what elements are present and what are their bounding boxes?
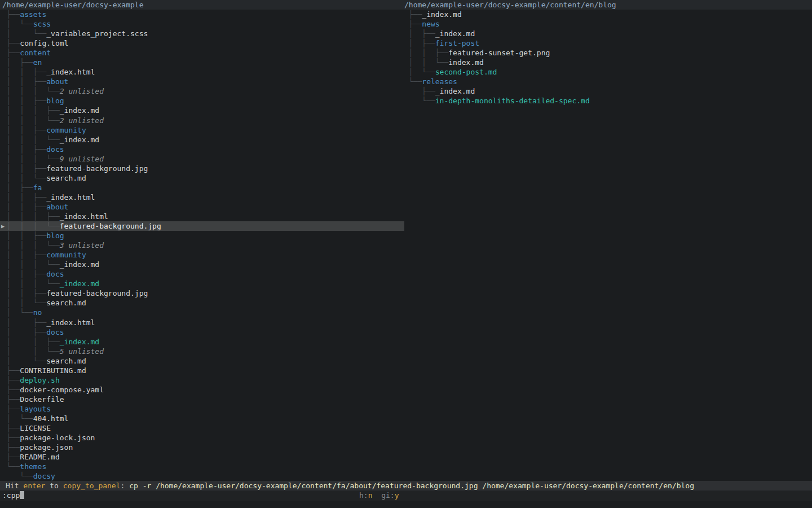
tree-row[interactable]: │ │ │ ├──_index.md — [0, 106, 404, 115]
tree-branch-lines: │ │ ├── — [2, 338, 60, 346]
tree-row[interactable]: ├──Dockerfile — [0, 395, 404, 404]
tree-dir-label: assets — [20, 10, 46, 19]
status-key-hint: enter — [23, 481, 45, 490]
tree-row[interactable]: ├──docker-compose.yaml — [0, 385, 404, 395]
tree-row[interactable]: ├──LICENSE — [0, 423, 404, 433]
tree-row[interactable]: │ │ └──search.md — [0, 298, 404, 308]
tree-row[interactable]: │ │ ├──_index.html — [0, 192, 404, 202]
tree-row[interactable]: │ │ ├──about — [0, 77, 404, 86]
tree-row[interactable]: │ │ └──search.md — [0, 173, 404, 183]
tree-row[interactable]: │ └──no — [0, 308, 404, 317]
tree-row[interactable]: │ ├──docs — [0, 327, 404, 337]
hidden-flag-key: h: — [359, 491, 368, 500]
tree-row[interactable]: │ │ ├──docs — [0, 144, 404, 154]
tree-unlisted-note: 9 unlisted — [60, 155, 104, 163]
tree-row[interactable]: │ │ │ └──3 unlisted — [0, 240, 404, 250]
tree-row[interactable]: ├──assets — [0, 10, 404, 19]
tree-row[interactable]: │ │ ├──_index.md — [0, 337, 404, 347]
tree-row[interactable]: │ │ ├──community — [0, 250, 404, 260]
tree-row[interactable]: └──in-depth-monoliths-detailed-spec.md — [402, 96, 812, 106]
tree-row[interactable]: │ │ ├──docs — [0, 269, 404, 279]
tree-row[interactable]: │ ├──en — [0, 58, 404, 67]
tree-unlisted-note: 3 unlisted — [60, 241, 104, 249]
tree-file-label: _index.md — [60, 338, 99, 346]
tree-branch-lines: │ │ │ └── — [2, 260, 60, 269]
tree-file-label: Dockerfile — [20, 395, 64, 404]
tree-row[interactable]: ├──_index.md — [402, 86, 812, 96]
tree-row[interactable]: │ │ ├──featured-background.jpg — [0, 164, 404, 173]
tree-row[interactable]: │ └──second-post.md — [402, 67, 812, 77]
tree-branch-lines: │ │ │ └── — [2, 222, 60, 230]
tree-row[interactable]: └──releases — [402, 77, 812, 86]
tree-branch-lines: │ │ └── — [2, 174, 46, 182]
tree-dir-label: docsy — [33, 472, 55, 480]
tree-branch-lines: ├── — [2, 366, 20, 375]
right-panel-root-path: /home/example-user/docsy-example/content… — [404, 0, 616, 10]
tree-dir-label: en — [33, 58, 42, 67]
tree-file-label: _index.html — [46, 318, 95, 327]
tree-row[interactable]: │ └──_variables_project.scss — [0, 29, 404, 38]
tree-row[interactable]: │ │ │ └──_index.md — [0, 260, 404, 269]
tree-row[interactable]: │ │ │ └──_index.md — [0, 279, 404, 288]
tree-file-label: _index.html — [46, 193, 95, 202]
tree-branch-lines: │ │ │ └── — [2, 241, 60, 249]
tree-row[interactable]: └──themes — [0, 462, 404, 471]
tree-row[interactable]: ├──layouts — [0, 404, 404, 414]
tree-branch-lines: │ │ ├── — [2, 97, 46, 105]
tree-row[interactable]: │ │ │ ├──_index.html — [0, 212, 404, 221]
tree-row[interactable]: ├──config.toml — [0, 38, 404, 48]
tree-row[interactable]: │ │ │ └──2 unlisted — [0, 86, 404, 96]
tree-dir-label: news — [422, 20, 439, 28]
tree-branch-lines: │ │ ├── — [2, 126, 46, 134]
tree-file-label: search.md — [46, 174, 86, 182]
right-panel-file-tree: ├──_index.md ├──news │ ├──_index.md │ ├─… — [402, 10, 812, 106]
tree-dir-label: docs — [46, 270, 64, 278]
tree-row[interactable]: ├──CONTRIBUTING.md — [0, 366, 404, 375]
tree-file-label: package.json — [20, 443, 73, 452]
tree-file-label: docker-compose.yaml — [20, 386, 104, 394]
tree-row[interactable]: │ │ └──5 unlisted — [0, 347, 404, 356]
tree-branch-lines: │ │ ├── — [2, 145, 46, 154]
mode-flags: h:n gi:y — [359, 491, 399, 501]
tree-row[interactable]: │ ├──_index.html — [0, 318, 404, 327]
tree-row[interactable]: ├──_index.md — [402, 10, 812, 19]
tree-row[interactable]: │ │ ├──community — [0, 125, 404, 135]
tree-row[interactable]: │ │ ├──featured-background.jpg — [0, 288, 404, 298]
command-input-row[interactable]: :cpph:n gi:y — [0, 491, 812, 501]
tree-branch-lines: │ ├── — [2, 58, 33, 67]
tree-branch-lines: │ │ ├── — [404, 49, 448, 57]
tree-file-label: featured-background.jpg — [46, 289, 148, 297]
tree-row[interactable]: │ ├──first-post — [402, 38, 812, 48]
tree-row[interactable]: │ │ │ └──_index.md — [0, 135, 404, 144]
tree-branch-lines: │ │ ├── — [2, 251, 46, 259]
tree-row[interactable]: │ ├──fa — [0, 183, 404, 192]
command-input[interactable]: :cpp — [0, 491, 20, 500]
tree-row[interactable]: ├──package-lock.json — [0, 433, 404, 443]
panel-header-strip: /home/example-user/docsy-example /home/e… — [0, 0, 812, 10]
tree-row[interactable]: │ │ ├──featured-sunset-get.png — [402, 48, 812, 58]
tree-row[interactable]: ├──package.json — [0, 443, 404, 452]
tree-row[interactable]: │ ├──_index.md — [402, 29, 812, 38]
tree-row[interactable]: ├──news — [402, 19, 812, 29]
tree-row[interactable]: │ │ └──index.md — [402, 58, 812, 67]
tree-row[interactable]: ├──README.md — [0, 452, 404, 462]
tree-row[interactable]: │ │ │ └──2 unlisted — [0, 116, 404, 125]
tree-row[interactable]: │ │ ├──blog — [0, 231, 404, 240]
tree-row[interactable]: └──docsy — [0, 471, 404, 481]
tree-row[interactable]: │ │ ├──blog — [0, 96, 404, 106]
tree-row[interactable]: │ └──search.md — [0, 356, 404, 366]
tree-row[interactable]: │ └──scss — [0, 19, 404, 29]
tree-branch-lines: │ │ ├── — [2, 164, 46, 173]
tree-row[interactable]: │ └──404.html — [0, 414, 404, 423]
tree-dir-label: scss — [33, 20, 51, 28]
tree-row-selected[interactable]: │ │ │ └──featured-background.jpg▶ — [0, 221, 404, 231]
tree-dir-label: docs — [46, 145, 64, 154]
tree-row[interactable]: ├──deploy.sh — [0, 375, 404, 385]
tree-row[interactable]: │ │ │ └──9 unlisted — [0, 154, 404, 164]
tree-branch-lines: │ │ │ └── — [2, 279, 60, 288]
tree-row[interactable]: │ │ ├──about — [0, 202, 404, 212]
tree-row[interactable]: ├──content — [0, 48, 404, 58]
tree-row[interactable]: │ │ ├──_index.html — [0, 67, 404, 77]
tree-branch-lines: ├── — [2, 10, 20, 19]
tree-dir-label: community — [46, 126, 86, 134]
